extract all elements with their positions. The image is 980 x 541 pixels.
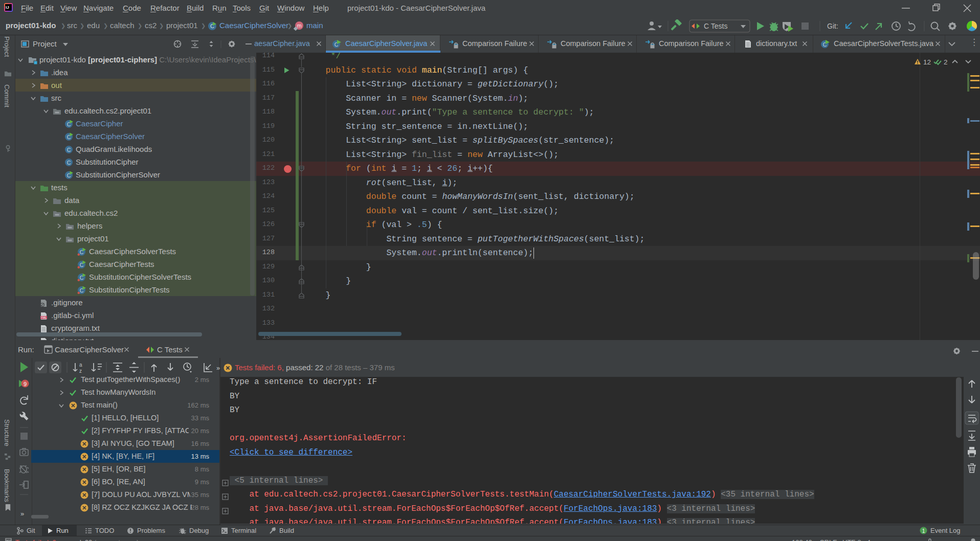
svg-text:9: 9 (24, 381, 27, 387)
svg-text:1: 1 (922, 528, 925, 534)
svg-text:12: 12 (923, 58, 931, 66)
svg-text:»: » (216, 364, 220, 372)
svg-text:C Tests: C Tests (704, 22, 727, 30)
svg-text:»: » (20, 510, 24, 517)
svg-text:z: z (79, 368, 82, 374)
svg-text:YML: YML (41, 316, 47, 319)
svg-text:C: C (67, 146, 71, 152)
svg-text:a: a (79, 362, 82, 368)
svg-text:2: 2 (944, 58, 948, 66)
svg-text:m: m (297, 22, 301, 29)
svg-text:C: C (67, 159, 71, 165)
svg-text:Git:: Git: (827, 22, 838, 30)
